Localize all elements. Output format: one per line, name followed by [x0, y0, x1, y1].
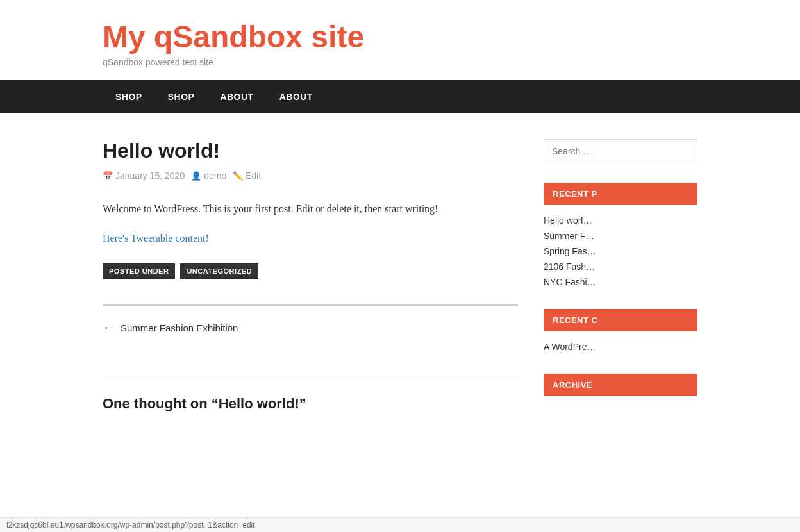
post-edit-link[interactable]: Edit: [246, 170, 261, 181]
nav-item-shop-2[interactable]: SHOP: [155, 80, 208, 113]
nav-item-about-2[interactable]: ABOUT: [267, 80, 326, 113]
recent-posts-list: Hello worl… Summer F… Spring Fas… 2106 F…: [544, 213, 697, 290]
recent-post-link-3[interactable]: Spring Fas…: [544, 246, 596, 256]
main-content: Hello world! 📅 January 15, 2020 👤 demo ✏…: [103, 139, 518, 425]
post-date: January 15, 2020: [115, 170, 185, 181]
search-input[interactable]: [544, 139, 697, 163]
tweetable-link[interactable]: Here's Tweetable content!: [103, 233, 518, 244]
list-item[interactable]: NYC Fashi…: [544, 274, 697, 290]
site-tagline: qSandbox powered test site: [103, 57, 697, 67]
nav-item-shop-1[interactable]: SHOP: [103, 80, 155, 113]
recent-comments-widget: RECENT C A WordPre…: [544, 309, 697, 354]
post-body: Welcome to WordPress. This is your first…: [103, 200, 518, 217]
post-author-wrapper: 👤 demo: [191, 170, 226, 181]
recent-post-link-1[interactable]: Hello worl…: [544, 215, 592, 226]
left-arrow-icon: ←: [103, 321, 114, 335]
calendar-icon: 📅: [103, 171, 113, 181]
archives-widget: ARCHIVE: [544, 374, 697, 396]
post-nav-prev[interactable]: ← Summer Fashion Exhibition: [103, 321, 518, 335]
sidebar: RECENT P Hello worl… Summer F… Spring Fa…: [544, 139, 697, 425]
site-header: My qSandbox site qSandbox powered test s…: [0, 0, 800, 80]
list-item[interactable]: Hello worl…: [544, 213, 697, 228]
user-icon: 👤: [191, 171, 201, 181]
list-item[interactable]: Spring Fas…: [544, 244, 697, 259]
recent-comment-link-1[interactable]: A WordPre…: [544, 342, 596, 352]
edit-icon: ✏️: [233, 171, 243, 181]
recent-posts-widget: RECENT P Hello worl… Summer F… Spring Fa…: [544, 183, 697, 290]
recent-post-link-2[interactable]: Summer F…: [544, 231, 594, 241]
recent-posts-title: RECENT P: [544, 183, 697, 205]
nav-item-about-1[interactable]: ABOUT: [207, 80, 266, 113]
content-wrapper: Hello world! 📅 January 15, 2020 👤 demo ✏…: [0, 113, 800, 451]
post-tags: POSTED UNDER UNCATEGORIZED: [103, 263, 518, 279]
post-edit-wrapper: ✏️ Edit: [233, 170, 261, 181]
recent-comments-title: RECENT C: [544, 309, 697, 331]
search-widget: [544, 139, 697, 163]
recent-post-link-5[interactable]: NYC Fashi…: [544, 277, 596, 287]
post-title: Hello world!: [103, 139, 518, 163]
post-meta: 📅 January 15, 2020 👤 demo ✏️ Edit: [103, 170, 518, 181]
list-item[interactable]: A WordPre…: [544, 339, 697, 354]
post-author[interactable]: demo: [204, 170, 226, 181]
post-date-wrapper: 📅 January 15, 2020: [103, 170, 185, 181]
post-nav-bottom-divider: [103, 376, 518, 376]
recent-post-link-4[interactable]: 2106 Fash…: [544, 262, 595, 272]
archives-title: ARCHIVE: [544, 374, 697, 396]
main-nav: SHOP SHOP ABOUT ABOUT: [0, 80, 800, 113]
recent-comments-list: A WordPre…: [544, 339, 697, 354]
post-nav-prev-label: Summer Fashion Exhibition: [121, 322, 238, 333]
post-category[interactable]: UNCATEGORIZED: [180, 263, 258, 279]
comments-title: One thought on “Hello world!”: [103, 395, 518, 412]
list-item[interactable]: 2106 Fash…: [544, 259, 697, 274]
site-title[interactable]: My qSandbox site: [103, 19, 697, 54]
posted-under-label: POSTED UNDER: [103, 263, 175, 279]
post-nav: ← Summer Fashion Exhibition: [103, 305, 518, 350]
comments-section: One thought on “Hello world!”: [103, 395, 518, 412]
list-item[interactable]: Summer F…: [544, 228, 697, 244]
